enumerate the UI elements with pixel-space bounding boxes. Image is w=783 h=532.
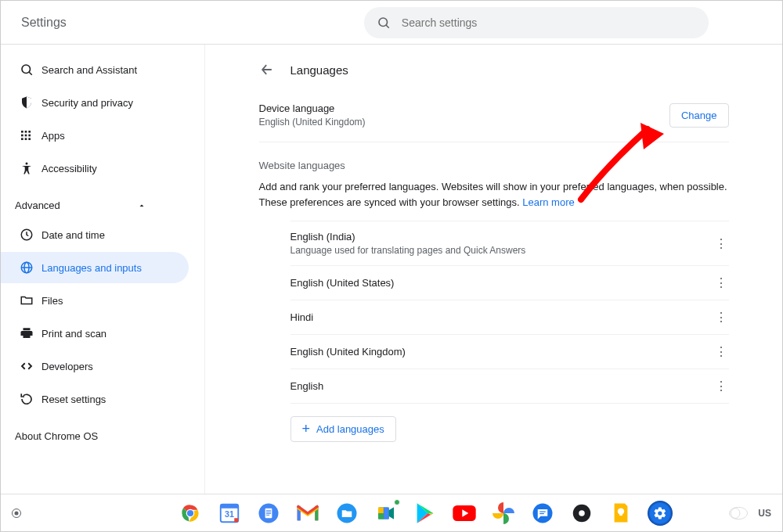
shelf-app-settings[interactable]: [648, 501, 673, 526]
change-button[interactable]: Change: [669, 103, 729, 128]
shelf-status-icon[interactable]: [728, 506, 749, 520]
language-row[interactable]: English (United States) ⋮: [290, 266, 729, 300]
shelf-app-photos[interactable]: [491, 501, 516, 526]
svg-rect-9: [28, 135, 31, 137]
more-icon[interactable]: ⋮: [713, 344, 729, 359]
sidebar-item-label: Reset settings: [41, 394, 106, 405]
apps-icon: [20, 129, 41, 142]
svg-rect-7: [21, 135, 23, 137]
sidebar-item-label: Print and scan: [41, 328, 106, 340]
sidebar-item-label: Developers: [41, 361, 93, 372]
shelf-app-circle[interactable]: [569, 501, 594, 526]
shelf-app-chrome[interactable]: [178, 501, 203, 526]
clock-icon: [20, 228, 41, 242]
shelf-app-play[interactable]: [413, 501, 438, 526]
more-icon[interactable]: ⋮: [713, 310, 729, 325]
website-languages-desc: Add and rank your preferred languages. W…: [259, 179, 729, 210]
sidebar-item-security[interactable]: Security and privacy: [1, 87, 189, 118]
sidebar-item-apps[interactable]: Apps: [1, 120, 189, 151]
launcher-button[interactable]: [12, 509, 21, 518]
svg-rect-4: [21, 131, 23, 133]
sidebar-item-search-assistant[interactable]: Search and Assistant: [1, 54, 189, 85]
languages-list: English (India) Language used for transl…: [290, 221, 729, 404]
sidebar-item-reset-settings[interactable]: Reset settings: [1, 383, 189, 415]
shelf: 31 US: [1, 494, 782, 531]
shelf-app-files[interactable]: [334, 501, 359, 526]
sidebar-item-label: Date and time: [41, 229, 105, 241]
svg-rect-5: [25, 131, 27, 133]
sidebar-item-accessibility[interactable]: Accessibility: [1, 153, 189, 184]
sidebar-item-label: Apps: [41, 130, 65, 142]
svg-rect-39: [539, 513, 544, 514]
svg-point-0: [379, 18, 388, 27]
more-icon[interactable]: ⋮: [713, 379, 729, 394]
svg-rect-8: [25, 135, 27, 137]
svg-rect-28: [266, 512, 271, 512]
svg-rect-27: [266, 510, 271, 511]
shelf-app-calendar[interactable]: 31: [217, 501, 242, 526]
chevron-up-icon: [137, 201, 146, 210]
sidebar-item-date-time[interactable]: Date and time: [1, 219, 189, 250]
shelf-ime-indicator[interactable]: US: [758, 508, 771, 519]
sidebar-advanced-label: Advanced: [15, 200, 60, 211]
code-icon: [20, 359, 41, 373]
language-row[interactable]: English (India) Language used for transl…: [290, 221, 729, 266]
sidebar-item-developers[interactable]: Developers: [1, 350, 189, 382]
search-input[interactable]: [402, 16, 696, 29]
sidebar-item-languages-inputs[interactable]: Languages and inputs: [1, 252, 189, 283]
svg-rect-11: [25, 138, 27, 140]
sidebar-item-about[interactable]: About Chrome OS: [1, 416, 204, 453]
sidebar-item-label: Security and privacy: [41, 97, 133, 109]
svg-rect-12: [28, 138, 31, 140]
sidebar-item-label: Accessibility: [41, 163, 97, 174]
website-languages-heading: Website languages: [259, 160, 729, 171]
sidebar-advanced-toggle[interactable]: Advanced: [1, 185, 165, 217]
language-name: English (United Kingdom): [290, 346, 406, 358]
svg-rect-30: [266, 514, 269, 515]
language-row[interactable]: English ⋮: [290, 369, 729, 404]
device-language-value: English (United Kingdom): [259, 117, 366, 128]
shield-icon: [20, 95, 41, 110]
svg-rect-38: [539, 511, 546, 512]
shelf-app-youtube[interactable]: [452, 501, 477, 526]
shelf-app-docs[interactable]: [256, 501, 281, 526]
language-name: English (United States): [290, 277, 395, 289]
sidebar-item-label: Languages and inputs: [41, 262, 142, 274]
reset-icon: [20, 392, 41, 406]
shelf-app-gmail[interactable]: [295, 501, 320, 526]
search-bar[interactable]: [364, 7, 709, 38]
svg-text:31: 31: [225, 509, 234, 519]
svg-line-3: [29, 72, 32, 75]
svg-point-13: [26, 163, 28, 165]
plus-icon: +: [302, 424, 311, 434]
sidebar-item-print-scan[interactable]: Print and scan: [1, 318, 189, 349]
accessibility-icon: [20, 161, 41, 175]
globe-icon: [20, 261, 41, 275]
language-row[interactable]: English (United Kingdom) ⋮: [290, 335, 729, 369]
sidebar: Search and Assistant Security and privac…: [1, 45, 204, 494]
language-note: Language used for translating pages and …: [290, 245, 526, 256]
svg-rect-34: [378, 513, 384, 519]
folder-icon: [20, 293, 41, 307]
more-icon[interactable]: ⋮: [713, 236, 729, 251]
learn-more-link[interactable]: Learn more: [522, 196, 574, 208]
shelf-app-meet[interactable]: [373, 501, 399, 526]
language-name: English (India): [290, 231, 526, 243]
search-icon: [377, 16, 391, 30]
add-languages-button[interactable]: + Add languages: [290, 416, 396, 442]
language-row[interactable]: Hindi ⋮: [290, 300, 729, 335]
shelf-app-messages[interactable]: [530, 501, 555, 526]
language-name: Hindi: [290, 311, 314, 323]
printer-icon: [20, 326, 41, 340]
svg-rect-35: [384, 507, 389, 519]
sidebar-item-label: Files: [41, 295, 63, 307]
svg-point-2: [22, 65, 31, 74]
back-button[interactable]: [259, 62, 278, 77]
shelf-app-keep[interactable]: [608, 501, 633, 526]
svg-rect-6: [28, 131, 31, 133]
sidebar-item-files[interactable]: Files: [1, 285, 189, 316]
svg-rect-23: [234, 518, 238, 522]
more-icon[interactable]: ⋮: [713, 275, 729, 290]
svg-rect-22: [221, 504, 239, 508]
svg-rect-10: [21, 138, 23, 140]
